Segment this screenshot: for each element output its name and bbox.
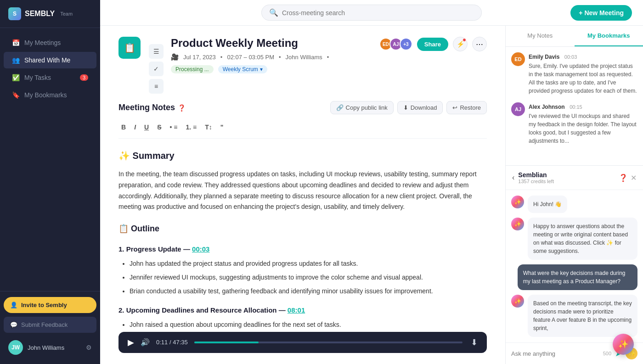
restore-button[interactable]: ↩ Restore [446, 101, 487, 114]
list-item: Brian conducted a usability test, gather… [130, 286, 487, 297]
format-bar: B I U S • ≡ 1. ≡ T↕ " [118, 122, 487, 139]
sidebar-item-label: Shared With Me [24, 56, 70, 64]
bullet-list-button[interactable]: • ≡ [167, 122, 180, 133]
feedback-button[interactable]: 💬 Submit Feedback [4, 317, 96, 333]
notes-section-title: Meeting Notes ❓ [118, 103, 186, 112]
meeting-date: Jul 17, 2023 [183, 54, 216, 61]
chat-body-emily: Emily Davis 00:03 Sure, Emily. I've upda… [529, 52, 637, 95]
avatar: JW [8, 340, 23, 355]
bold-button[interactable]: B [118, 122, 129, 133]
sidebar-item-my-tasks[interactable]: ✅ My Tasks 3 [4, 69, 96, 86]
timestamp-2[interactable]: 08:01 [288, 306, 305, 314]
audio-download-icon[interactable]: ⬇ [471, 337, 478, 347]
section-2-title: 2. Upcoming Deadlines and Resource Alloc… [118, 304, 487, 316]
sidebar-nav: 📅 My Meetings 👥 Shared With Me ✅ My Task… [0, 28, 100, 291]
play-button[interactable]: ▶ [128, 337, 134, 347]
meeting-type-icon: 📋 [118, 37, 141, 59]
audio-progress-fill [194, 342, 259, 343]
strikethrough-button[interactable]: S [154, 122, 164, 133]
list-icon[interactable]: ☰ [149, 44, 164, 59]
check-icon: ✅ [12, 74, 20, 81]
timestamp-1[interactable]: 00:03 [192, 245, 209, 253]
section-1-title: 1. Progress Update — 00:03 [118, 243, 487, 255]
help-circle-icon[interactable]: ❓ [619, 174, 628, 182]
char-count: 500 [603, 351, 611, 356]
bot-greeting-bubble: Hi John! 👋 [528, 196, 567, 213]
lines-icon[interactable]: ≡ [149, 79, 164, 94]
meeting-header: 📋 ☰ ✓ ≡ Product Weekly Meeting 🎥 Jul 17,… [118, 37, 487, 94]
chat-avatar-alex: AJ [511, 102, 525, 116]
notes-toolbar: Meeting Notes ❓ 🔗 Copy public link ⬇ Dow… [118, 101, 487, 114]
more-options-button[interactable]: ⋯ [472, 37, 487, 51]
notes-content: ✨ Summary In the meeting, the team discu… [118, 148, 487, 344]
right-panel-inner: My Notes My Bookmarks ED Emily Davis 00:… [506, 26, 643, 364]
bot-avatar: ✨ [511, 196, 524, 208]
content-area: 📋 ☰ ✓ ≡ Product Weekly Meeting 🎥 Jul 17,… [100, 26, 643, 364]
user-row: JW John Williams ⚙ [4, 336, 96, 358]
list-item: John has updated the project status and … [130, 258, 487, 269]
sidebar-bottom: 👤 Invite to Sembly 💬 Submit Feedback JW … [0, 291, 100, 364]
outline-heading: 📋 Outline [118, 222, 487, 236]
tab-my-bookmarks[interactable]: My Bookmarks [575, 26, 643, 46]
summary-heading: ✨ Summary [118, 148, 487, 163]
chat-message-1: ED Emily Davis 00:03 Sure, Emily. I've u… [511, 52, 637, 95]
bot-response-row: ✨ Based on the meeting transcript, the k… [511, 295, 637, 337]
list-item: John raised a question about upcoming de… [130, 319, 487, 330]
sidebar-item-my-bookmarks[interactable]: 🔖 My Bookmarks [4, 87, 96, 103]
main-area: 🔍 + New Meeting 📋 ☰ ✓ ≡ [100, 0, 643, 364]
float-chat-button[interactable]: ✨ [613, 334, 634, 355]
semblian-title-area: ‹ Semblian 1357 credits left [512, 171, 554, 184]
attendee-avatars: ED AJ +3 [382, 38, 412, 50]
sidebar-item-shared-with-me[interactable]: 👥 Shared With Me [4, 52, 96, 68]
search-input[interactable] [282, 9, 474, 17]
share-button[interactable]: Share [417, 38, 448, 51]
lightning-button[interactable]: ⚡ [453, 37, 468, 51]
gear-icon[interactable]: ⚙ [86, 344, 92, 351]
user-name-label: John Williams [28, 344, 81, 351]
current-time: 0:11 / 47:35 [156, 339, 188, 346]
semblian-credits: 1357 credits left [518, 179, 554, 184]
italic-button[interactable]: I [131, 122, 139, 133]
chat-time-emily: 00:03 [564, 54, 577, 60]
font-size-button[interactable]: T↕ [202, 122, 215, 133]
semblian-action-buttons: ❓ ✕ [619, 174, 637, 182]
right-content: ED Emily Davis 00:03 Sure, Emily. I've u… [506, 47, 643, 158]
bot-description-row: ✨ Happy to answer questions about the me… [511, 218, 637, 260]
scrum-badge: Weekly Scrum ▾ [218, 65, 267, 73]
user-message-bubble: What were the key decisions made during … [518, 264, 637, 290]
logo-team: Team [60, 11, 73, 17]
copy-link-button[interactable]: 🔗 Copy public link [330, 101, 394, 114]
feedback-icon: 💬 [10, 321, 17, 328]
search-icon: 🔍 [269, 8, 278, 17]
check-side-icon[interactable]: ✓ [149, 62, 164, 76]
semblian-input-field[interactable] [511, 350, 599, 357]
audio-progress-bar[interactable] [194, 342, 463, 343]
right-panel: My Notes My Bookmarks ED Emily Davis 00:… [505, 26, 643, 364]
new-meeting-button[interactable]: + New Meeting [570, 5, 632, 21]
volume-button[interactable]: 🔊 [141, 338, 150, 347]
search-bar[interactable]: 🔍 [261, 5, 482, 21]
bookmark-icon: 🔖 [12, 91, 20, 99]
help-icon[interactable]: ❓ [178, 104, 186, 112]
chat-time-alex: 00:15 [570, 104, 582, 110]
link-icon: 🔗 [336, 104, 344, 111]
sidebar-item-my-meetings[interactable]: 📅 My Meetings [4, 34, 96, 51]
bot-avatar-2: ✨ [511, 218, 524, 230]
logo-area: S SEMBLY Team [0, 0, 100, 28]
close-icon[interactable]: ✕ [631, 174, 637, 182]
bot-response-bubble: Based on the meeting transcript, the key… [528, 295, 637, 337]
semblian-chevron-button[interactable]: ‹ [512, 174, 514, 182]
chat-text-alex: I've reviewed the UI mockups and shared … [529, 112, 637, 145]
avatar-count: +3 [400, 38, 412, 50]
invite-button[interactable]: 👤 Invite to Sembly [4, 297, 96, 313]
download-button[interactable]: ⬇ Download [397, 101, 443, 114]
tab-my-notes[interactable]: My Notes [506, 26, 575, 46]
numbered-list-button[interactable]: 1. ≡ [183, 122, 199, 133]
restore-icon: ↩ [452, 104, 457, 111]
quote-button[interactable]: " [218, 122, 226, 133]
meeting-time: 02:07 – 03:05 PM [227, 54, 274, 61]
underline-button[interactable]: U [141, 122, 152, 133]
float-chat-icon: ✨ [618, 339, 628, 349]
camera-icon: 🎥 [171, 53, 179, 61]
semblian-header: ‹ Semblian 1357 credits left ❓ ✕ [506, 166, 643, 190]
